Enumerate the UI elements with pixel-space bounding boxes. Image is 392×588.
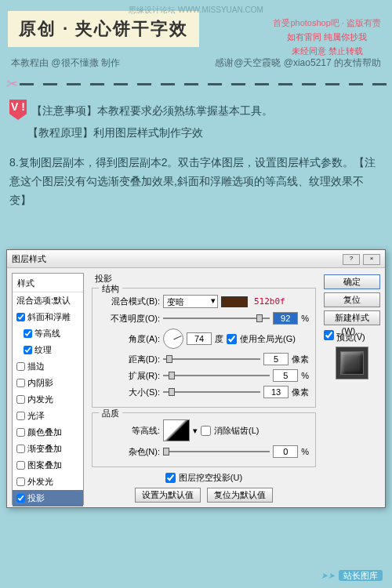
blend-mode-select[interactable]: 变暗 (163, 295, 218, 308)
angle-unit: 度 (215, 333, 223, 345)
style-label: 内阴影 (27, 377, 53, 389)
styles-sidebar: 样式 混合选项:默认 斜面和浮雕等高线纹理描边内阴影内发光光泽颜色叠加渐变叠加图… (12, 273, 84, 505)
pct-unit: % (301, 371, 309, 380)
sidebar-item[interactable]: 图案叠加 (13, 457, 83, 474)
sidebar-item[interactable]: 光泽 (13, 408, 83, 424)
style-label: 颜色叠加 (27, 426, 62, 438)
noise-slider[interactable] (163, 446, 270, 457)
style-checkbox[interactable] (16, 395, 25, 404)
global-light-checkbox[interactable] (227, 334, 237, 344)
angle-dial[interactable] (163, 328, 183, 349)
reset-default-button[interactable]: 复位为默认值 (207, 488, 273, 503)
angle-label: 角度(A): (99, 333, 160, 345)
size-label: 大小(S): (99, 387, 160, 398)
px-unit: 像素 (292, 354, 309, 365)
style-checkbox[interactable] (16, 379, 25, 387)
sidebar-item[interactable]: 渐变叠加 (13, 441, 83, 457)
antialias-checkbox[interactable] (201, 426, 211, 436)
group-title: 品质 (99, 408, 122, 419)
contour-picker[interactable] (163, 419, 190, 441)
preview-checkbox[interactable] (324, 330, 334, 340)
chevron-down-icon[interactable]: ▾ (193, 426, 198, 436)
cancel-button[interactable]: 复位 (324, 292, 380, 307)
sidebar-item[interactable]: 纹理 (13, 342, 83, 358)
quality-group: 品质 等高线: ▾ 消除锯齿(L) 杂色(N): 0 % (92, 412, 316, 467)
style-label: 纹理 (34, 344, 52, 356)
dialog-titlebar[interactable]: 图层样式 ? × (7, 250, 385, 268)
noise-value[interactable]: 0 (273, 445, 298, 458)
structure-group: 结构 混合模式(B): 变暗 512b0f 不透明度(O): 92 % 角度(A… (92, 288, 316, 408)
sidebar-item-blend[interactable]: 混合选项:默认 (13, 292, 83, 309)
sidebar-item[interactable]: 外发光 (13, 474, 83, 490)
sidebar-item[interactable]: 颜色叠加 (13, 424, 83, 441)
contour-label: 等高线: (99, 425, 160, 437)
style-label: 描边 (27, 361, 45, 372)
style-checkbox[interactable] (16, 362, 25, 371)
distance-slider[interactable] (163, 354, 260, 365)
arrow-icon: ➤➤ (321, 571, 335, 580)
style-checkbox[interactable] (24, 346, 32, 354)
dialog-main: 投影 结构 混合模式(B): 变暗 512b0f 不透明度(O): 92 % 角… (89, 268, 319, 510)
angle-value[interactable]: 74 (187, 332, 212, 345)
note-line: 如有雷同 纯属你抄我 (273, 30, 381, 44)
notice-block: V ! 【注意事项】本教程要求必须熟练掌握基本工具。 【教程原理】利用图层样式制… (0, 92, 392, 151)
global-light-label: 使用全局光(G) (240, 333, 296, 345)
window-buttons: ? × (342, 252, 380, 265)
close-button[interactable]: × (363, 254, 380, 265)
help-button[interactable]: ? (343, 254, 360, 265)
set-default-button[interactable]: 设置为默认值 (135, 488, 201, 503)
knockout-label: 图层挖空投影(U) (179, 472, 242, 484)
style-checkbox[interactable] (16, 313, 25, 321)
note-line: 首受photoshop吧 · 盗版有责 (273, 16, 381, 30)
dashed-line (20, 83, 392, 85)
notice-line-1: 【注意事项】本教程要求必须熟练掌握基本工具。 (31, 104, 273, 117)
scissors-icon: ✂ (6, 75, 18, 93)
dialog-right: 确定 复位 新建样式(W)... 预览(V) (319, 268, 385, 510)
style-checkbox[interactable] (16, 412, 25, 420)
sidebar-item[interactable]: 斜面和浮雕 (13, 309, 83, 325)
sidebar-item[interactable]: 内发光 (13, 391, 83, 408)
spread-slider[interactable] (163, 370, 270, 381)
note-line: 未经同意 禁止转载 (273, 44, 381, 58)
style-label: 内发光 (27, 394, 53, 405)
style-label: 光泽 (27, 410, 45, 422)
distance-value[interactable]: 5 (263, 353, 289, 365)
style-checkbox[interactable] (16, 461, 25, 470)
opacity-value[interactable]: 92 (273, 312, 298, 325)
color-hex: 512b0f (254, 296, 285, 307)
size-slider[interactable] (163, 387, 260, 397)
author-right: 感谢@天空霞晓 @xiao5217 的友情帮助 (215, 56, 381, 70)
footer-logo: ➤➤ 站长图库 (321, 570, 383, 582)
sidebar-item[interactable]: 内阴影 (13, 375, 83, 391)
notice-line-2: 【教程原理】利用图层样式制作字效 (27, 126, 203, 139)
style-checkbox[interactable] (16, 477, 25, 486)
sidebar-item[interactable]: 等高线 (13, 325, 83, 342)
ok-button[interactable]: 确定 (324, 274, 380, 289)
spread-value[interactable]: 5 (273, 369, 298, 382)
distance-label: 距离(D): (99, 354, 160, 365)
author-left: 本教程由 @很不懂撒 制作 (11, 56, 120, 70)
size-value[interactable]: 13 (263, 386, 289, 398)
shadow-color-swatch[interactable] (221, 296, 248, 307)
pct-unit: % (301, 447, 309, 456)
panel-title: 投影 (95, 273, 316, 285)
style-label: 斜面和浮雕 (27, 311, 71, 323)
style-label: 渐变叠加 (27, 443, 62, 455)
new-style-button[interactable]: 新建样式(W)... (324, 310, 380, 325)
style-label: 投影 (27, 492, 45, 504)
style-checkbox[interactable] (24, 329, 32, 338)
opacity-label: 不透明度(O): (99, 313, 160, 325)
sidebar-item[interactable]: 描边 (13, 358, 83, 375)
opacity-slider[interactable] (163, 313, 270, 324)
noise-label: 杂色(N): (99, 446, 160, 458)
blend-mode-label: 混合模式(B): (99, 296, 160, 307)
style-label: 图案叠加 (27, 459, 62, 471)
style-checkbox[interactable] (16, 494, 25, 503)
style-checkbox[interactable] (16, 445, 25, 453)
page-title: 原创 · 夹心饼干字效 (8, 11, 199, 47)
preview-swatch (336, 347, 368, 379)
sidebar-item[interactable]: 投影 (13, 490, 83, 506)
style-checkbox[interactable] (16, 428, 25, 437)
divider: ✂ (0, 76, 392, 92)
knockout-checkbox[interactable] (165, 473, 176, 483)
